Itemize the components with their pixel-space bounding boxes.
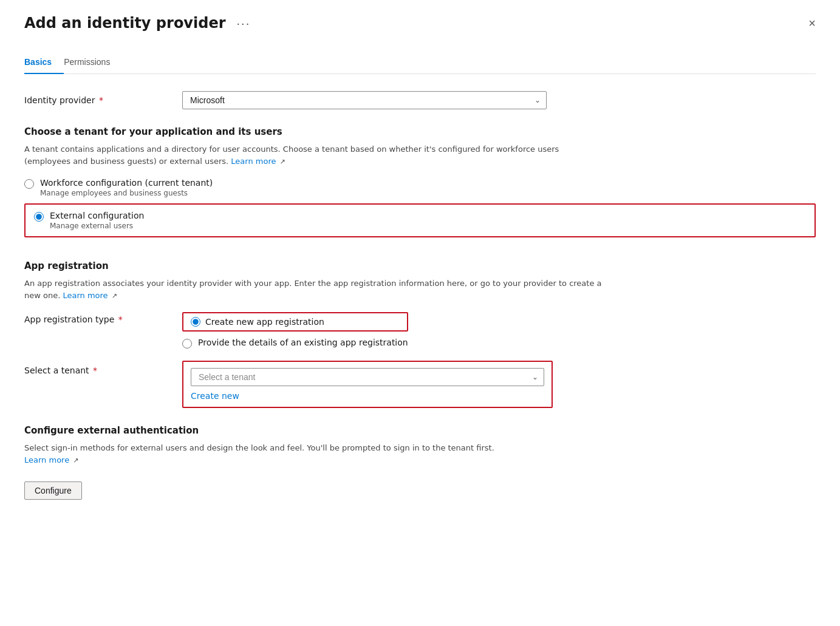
select-tenant-highlight-box: Select a tenant ⌄ Create new <box>182 361 553 408</box>
create-new-radio[interactable] <box>191 317 200 327</box>
page-title: Add an identity provider <box>24 15 226 32</box>
workforce-label: Workforce configuration (current tenant)… <box>40 178 213 197</box>
app-reg-required-marker: * <box>115 315 122 324</box>
ellipsis-button[interactable]: ··· <box>233 15 254 32</box>
tenant-section-title: Choose a tenant for your application and… <box>24 126 816 137</box>
external-auth-section: Configure external authentication Select… <box>24 425 816 500</box>
app-reg-type-label: App registration type * <box>24 312 182 324</box>
workforce-option[interactable]: Workforce configuration (current tenant)… <box>24 178 816 197</box>
create-new-tenant-link[interactable]: Create new <box>191 391 544 401</box>
tab-permissions[interactable]: Permissions <box>64 51 122 74</box>
external-auth-desc: Select sign-in methods for external user… <box>24 442 607 466</box>
app-reg-type-row: App registration type * Create new app r… <box>24 312 816 349</box>
close-button[interactable]: × <box>808 17 816 29</box>
tenant-radio-group: Workforce configuration (current tenant)… <box>24 178 816 243</box>
app-reg-options: Create new app registration Provide the … <box>182 312 408 349</box>
select-tenant-label: Select a tenant * <box>24 361 182 375</box>
app-registration-section: App registration An app registration ass… <box>24 260 816 408</box>
select-tenant-wrapper: Select a tenant ⌄ <box>191 368 544 386</box>
select-tenant-row: Select a tenant * Select a tenant ⌄ Crea… <box>24 361 816 408</box>
header-left: Add an identity provider ··· <box>24 15 254 32</box>
external-link-icon: ↗ <box>280 158 285 166</box>
required-marker: * <box>96 95 103 105</box>
identity-provider-select-wrapper: Microsoft Google Facebook GitHub Twitter… <box>182 91 547 109</box>
identity-provider-label: Identity provider * <box>24 95 182 105</box>
app-registration-desc: An app registration associates your iden… <box>24 277 607 301</box>
external-config-highlight-box: External configuration Manage external u… <box>24 203 816 237</box>
existing-radio[interactable] <box>182 339 192 349</box>
tenant-section: Choose a tenant for your application and… <box>24 126 816 243</box>
external-auth-learn-more-link[interactable]: Learn more <box>24 455 69 464</box>
dialog-header: Add an identity provider ··· × <box>24 15 816 32</box>
identity-provider-select[interactable]: Microsoft Google Facebook GitHub Twitter <box>182 91 547 109</box>
app-reg-learn-more-link[interactable]: Learn more <box>63 291 108 300</box>
existing-option[interactable]: Provide the details of an existing app r… <box>182 338 408 349</box>
configure-button[interactable]: Configure <box>24 481 82 500</box>
create-new-highlight[interactable]: Create new app registration <box>182 312 408 332</box>
tenant-section-desc: A tenant contains applications and a dir… <box>24 143 607 167</box>
tenant-learn-more-link[interactable]: Learn more <box>231 157 276 166</box>
external-auth-link-icon: ↗ <box>73 457 78 464</box>
select-tenant-select[interactable]: Select a tenant <box>191 368 544 386</box>
workforce-radio[interactable] <box>24 179 34 189</box>
identity-provider-row: Identity provider * Microsoft Google Fac… <box>24 91 816 109</box>
external-radio[interactable] <box>34 212 44 222</box>
app-registration-title: App registration <box>24 260 816 271</box>
app-reg-external-link-icon: ↗ <box>112 292 117 300</box>
external-label: External configuration Manage external u… <box>50 211 144 230</box>
tab-basics[interactable]: Basics <box>24 51 64 74</box>
tab-bar: Basics Permissions <box>24 51 816 74</box>
external-auth-title: Configure external authentication <box>24 425 816 436</box>
tenant-required-marker: * <box>90 366 97 375</box>
